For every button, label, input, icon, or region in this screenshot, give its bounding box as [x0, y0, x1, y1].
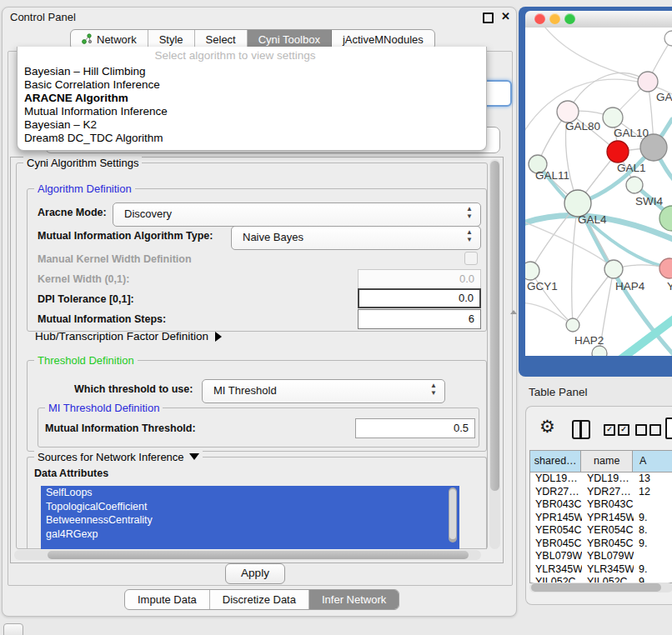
table-cell[interactable]: YDR27…: [582, 486, 634, 499]
table-cell[interactable]: 9.: [634, 512, 672, 525]
dpi-tolerance-input[interactable]: 0.0: [358, 288, 481, 308]
algorithm-option[interactable]: Bayesian – Hill Climbing: [18, 65, 486, 78]
splitpane-handle-icon[interactable]: [510, 310, 517, 314]
table-row[interactable]: YBR043CYBR043C: [530, 498, 672, 512]
table-cell[interactable]: YDL19…: [530, 472, 582, 486]
table-row[interactable]: YBR045CYBR045C9.: [530, 538, 672, 551]
table-cell[interactable]: YPR145W: [530, 512, 582, 525]
attribute-item-selected[interactable]: BetweennessCentrality: [41, 513, 459, 528]
column-header-partial[interactable]: A: [633, 451, 672, 472]
table-cell[interactable]: 13: [634, 472, 672, 486]
settings-horizontal-scrollbar-thumb[interactable]: [48, 551, 469, 559]
network-edge[interactable]: [573, 269, 614, 325]
hub-definition-toggle[interactable]: Hub/Transcription Factor Definition: [35, 330, 222, 342]
node-top-right-partial[interactable]: [664, 31, 672, 46]
float-icon[interactable]: [483, 12, 494, 23]
table-row[interactable]: YER054CYER054C8.: [530, 524, 672, 538]
sources-group-title[interactable]: Sources for Network Inference: [34, 451, 203, 463]
table-cell[interactable]: YBR043C: [582, 498, 634, 512]
table-cell[interactable]: 8.: [634, 524, 672, 538]
attribute-item-selected[interactable]: SelfLoops: [41, 486, 459, 500]
network-edge[interactable]: [525, 302, 573, 325]
table-cell[interactable]: YER054C: [530, 524, 582, 538]
minimize-traffic-light-icon[interactable]: [549, 13, 560, 24]
node-GAL10[interactable]: [603, 108, 623, 128]
network-canvas[interactable]: GALGAL80GAL10GAL1GAL11SWI4GAL4GCY1HAP4YH…: [525, 28, 672, 356]
table-row[interactable]: YBL079WYBL079W: [530, 550, 672, 563]
node-table[interactable]: shared… name A YDL19…YDL19…13YDR27…YDR27…: [529, 450, 672, 583]
column-header-name[interactable]: name: [581, 451, 632, 472]
table-cell[interactable]: YBR043C: [530, 498, 582, 512]
algorithm-option[interactable]: Dream8 DC_TDC Algorithm: [18, 132, 486, 145]
kernel-width-input[interactable]: 0.0: [358, 269, 481, 289]
manual-kernel-checkbox[interactable]: [464, 252, 478, 265]
algorithm-option[interactable]: Bayesian – K2: [18, 118, 486, 132]
table-cell[interactable]: YDL19…: [582, 472, 634, 486]
mi-threshold-input[interactable]: 0.5: [355, 418, 475, 438]
settings-vertical-scrollbar-thumb[interactable]: [490, 161, 499, 491]
checked-checkbox-icon[interactable]: ✓: [618, 424, 629, 436]
table-cell[interactable]: YPR145W: [582, 512, 634, 525]
aracne-mode-combo[interactable]: Discovery ▲▼: [113, 202, 481, 227]
table-cell[interactable]: 9.: [634, 563, 672, 577]
network-edge[interactable]: [530, 271, 573, 325]
table-cell[interactable]: YBL079W: [582, 550, 634, 563]
checked-checkbox-icon[interactable]: ✓: [604, 424, 615, 436]
settings-horizontal-scrollbar[interactable]: [14, 550, 481, 560]
tab-discretize-data[interactable]: Discretize Data: [210, 590, 309, 609]
table-cell[interactable]: YBL079W: [530, 550, 582, 563]
settings-vertical-scrollbar[interactable]: [489, 159, 500, 549]
attribute-item-selected[interactable]: TopologicalCoefficient: [41, 500, 459, 514]
column-header-shared[interactable]: shared…: [530, 451, 581, 472]
node-GAL1[interactable]: [607, 141, 629, 162]
table-cell[interactable]: 9.: [634, 538, 672, 551]
data-attributes-list[interactable]: SelfLoopsTopologicalCoefficientBetweenne…: [41, 486, 459, 549]
table-cell[interactable]: YBR045C: [582, 538, 634, 551]
gear-icon[interactable]: ⚙: [539, 417, 555, 437]
node-gal-partial[interactable]: [638, 72, 658, 92]
algorithm-option[interactable]: Mutual Information Inference: [18, 105, 486, 118]
table-cell[interactable]: [634, 498, 672, 512]
zoom-traffic-light-icon[interactable]: [564, 13, 575, 24]
node-HAP4[interactable]: [604, 260, 623, 278]
unchecked-checkbox-icon[interactable]: [635, 424, 647, 436]
tab-impute-data[interactable]: Impute Data: [125, 590, 210, 609]
table-row[interactable]: YDR27…YDR27…12: [530, 486, 672, 499]
tab-infer-network[interactable]: Infer Network: [309, 590, 399, 609]
close-icon[interactable]: ✕: [501, 10, 510, 22]
mi-steps-input[interactable]: 6: [358, 309, 481, 329]
collapsed-panel-button[interactable]: [3, 623, 23, 635]
cyni-algorithm-settings-group: Cyni Algorithm Settings Algorithm Defini…: [16, 162, 488, 549]
unchecked-checkbox-icon[interactable]: [649, 424, 661, 436]
node-bottom-partial[interactable]: [592, 346, 607, 356]
table-horizontal-scrollbar-thumb[interactable]: [531, 583, 661, 592]
attributes-scrollbar[interactable]: [449, 488, 457, 542]
network-window-titlebar[interactable]: [525, 11, 672, 28]
algorithm-option[interactable]: Basic Correlation Inference: [18, 78, 486, 92]
node-SWI4[interactable]: [626, 177, 643, 193]
network-edge[interactable]: [572, 203, 578, 325]
table-row[interactable]: YLR345WYLR345W9.: [530, 563, 672, 577]
node-GCY1[interactable]: [525, 262, 539, 280]
table-cell[interactable]: 12: [634, 486, 672, 499]
table-cell[interactable]: YLR345W: [530, 563, 582, 577]
close-traffic-light-icon[interactable]: [534, 13, 545, 24]
algorithm-option[interactable]: ARACNE Algorithm: [18, 92, 486, 105]
table-cell[interactable]: YDR27…: [530, 486, 582, 499]
split-columns-icon[interactable]: [572, 420, 590, 439]
table-cell[interactable]: YBR045C: [530, 538, 582, 551]
node-Y-partial[interactable]: [659, 258, 672, 278]
apply-button[interactable]: Apply: [225, 563, 285, 584]
which-threshold-combo[interactable]: MI Threshold ▲▼: [202, 379, 445, 403]
table-row[interactable]: YPR145WYPR145W9.: [530, 512, 672, 525]
table-cell[interactable]: [634, 550, 672, 563]
document-icon[interactable]: [665, 418, 672, 439]
attributes-scrollbar-thumb[interactable]: [449, 489, 456, 539]
table-horizontal-scrollbar[interactable]: [529, 582, 672, 592]
node-HAP2[interactable]: [566, 318, 579, 332]
attribute-item-selected[interactable]: gal4RGexp: [41, 528, 459, 542]
table-cell[interactable]: YLR345W: [582, 563, 634, 577]
table-row[interactable]: YDL19…YDL19…13: [530, 472, 672, 486]
table-cell[interactable]: YER054C: [582, 524, 634, 538]
mi-type-combo[interactable]: Naive Bayes ▲▼: [231, 226, 481, 250]
